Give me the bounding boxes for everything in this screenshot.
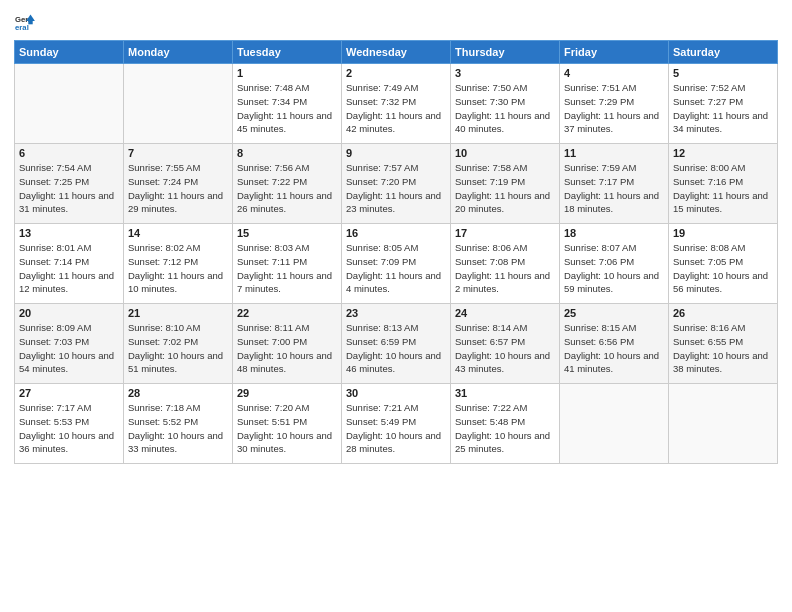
calendar-cell: 31Sunrise: 7:22 AMSunset: 5:48 PMDayligh… [451,384,560,464]
day-info: Sunrise: 7:57 AMSunset: 7:20 PMDaylight:… [346,161,446,216]
calendar-cell: 12Sunrise: 8:00 AMSunset: 7:16 PMDayligh… [669,144,778,224]
day-number: 26 [673,307,773,319]
day-info: Sunrise: 7:49 AMSunset: 7:32 PMDaylight:… [346,81,446,136]
day-number: 19 [673,227,773,239]
day-info: Sunrise: 7:58 AMSunset: 7:19 PMDaylight:… [455,161,555,216]
calendar-cell: 29Sunrise: 7:20 AMSunset: 5:51 PMDayligh… [233,384,342,464]
calendar-cell: 9Sunrise: 7:57 AMSunset: 7:20 PMDaylight… [342,144,451,224]
calendar-cell: 10Sunrise: 7:58 AMSunset: 7:19 PMDayligh… [451,144,560,224]
weekday-header: Saturday [669,41,778,64]
day-number: 6 [19,147,119,159]
calendar-cell: 15Sunrise: 8:03 AMSunset: 7:11 PMDayligh… [233,224,342,304]
day-number: 22 [237,307,337,319]
day-number: 10 [455,147,555,159]
day-info: Sunrise: 8:14 AMSunset: 6:57 PMDaylight:… [455,321,555,376]
day-info: Sunrise: 7:20 AMSunset: 5:51 PMDaylight:… [237,401,337,456]
day-number: 11 [564,147,664,159]
day-info: Sunrise: 7:22 AMSunset: 5:48 PMDaylight:… [455,401,555,456]
day-info: Sunrise: 8:11 AMSunset: 7:00 PMDaylight:… [237,321,337,376]
day-info: Sunrise: 8:07 AMSunset: 7:06 PMDaylight:… [564,241,664,296]
calendar-cell: 18Sunrise: 8:07 AMSunset: 7:06 PMDayligh… [560,224,669,304]
calendar-cell [560,384,669,464]
calendar-cell: 5Sunrise: 7:52 AMSunset: 7:27 PMDaylight… [669,64,778,144]
weekday-header: Sunday [15,41,124,64]
day-info: Sunrise: 8:00 AMSunset: 7:16 PMDaylight:… [673,161,773,216]
calendar-cell: 3Sunrise: 7:50 AMSunset: 7:30 PMDaylight… [451,64,560,144]
calendar-cell: 2Sunrise: 7:49 AMSunset: 7:32 PMDaylight… [342,64,451,144]
day-info: Sunrise: 7:21 AMSunset: 5:49 PMDaylight:… [346,401,446,456]
day-info: Sunrise: 8:06 AMSunset: 7:08 PMDaylight:… [455,241,555,296]
calendar-cell: 26Sunrise: 8:16 AMSunset: 6:55 PMDayligh… [669,304,778,384]
day-number: 3 [455,67,555,79]
calendar-cell: 16Sunrise: 8:05 AMSunset: 7:09 PMDayligh… [342,224,451,304]
calendar-cell [669,384,778,464]
calendar-cell: 23Sunrise: 8:13 AMSunset: 6:59 PMDayligh… [342,304,451,384]
day-number: 5 [673,67,773,79]
calendar-cell: 4Sunrise: 7:51 AMSunset: 7:29 PMDaylight… [560,64,669,144]
weekday-header: Monday [124,41,233,64]
day-info: Sunrise: 7:59 AMSunset: 7:17 PMDaylight:… [564,161,664,216]
day-info: Sunrise: 8:01 AMSunset: 7:14 PMDaylight:… [19,241,119,296]
calendar-cell: 22Sunrise: 8:11 AMSunset: 7:00 PMDayligh… [233,304,342,384]
day-info: Sunrise: 7:54 AMSunset: 7:25 PMDaylight:… [19,161,119,216]
day-number: 2 [346,67,446,79]
svg-text:eral: eral [15,23,29,32]
calendar-cell: 7Sunrise: 7:55 AMSunset: 7:24 PMDaylight… [124,144,233,224]
calendar-cell: 25Sunrise: 8:15 AMSunset: 6:56 PMDayligh… [560,304,669,384]
day-number: 24 [455,307,555,319]
calendar-cell: 13Sunrise: 8:01 AMSunset: 7:14 PMDayligh… [15,224,124,304]
calendar: SundayMondayTuesdayWednesdayThursdayFrid… [14,40,778,464]
day-info: Sunrise: 7:17 AMSunset: 5:53 PMDaylight:… [19,401,119,456]
calendar-cell: 28Sunrise: 7:18 AMSunset: 5:52 PMDayligh… [124,384,233,464]
day-info: Sunrise: 7:56 AMSunset: 7:22 PMDaylight:… [237,161,337,216]
day-number: 21 [128,307,228,319]
calendar-cell: 6Sunrise: 7:54 AMSunset: 7:25 PMDaylight… [15,144,124,224]
day-number: 25 [564,307,664,319]
day-number: 18 [564,227,664,239]
day-number: 12 [673,147,773,159]
day-info: Sunrise: 8:03 AMSunset: 7:11 PMDaylight:… [237,241,337,296]
svg-rect-3 [28,21,32,24]
day-number: 4 [564,67,664,79]
day-info: Sunrise: 8:15 AMSunset: 6:56 PMDaylight:… [564,321,664,376]
calendar-cell: 17Sunrise: 8:06 AMSunset: 7:08 PMDayligh… [451,224,560,304]
day-info: Sunrise: 7:18 AMSunset: 5:52 PMDaylight:… [128,401,228,456]
logo: Gen eral [14,10,38,32]
calendar-cell: 11Sunrise: 7:59 AMSunset: 7:17 PMDayligh… [560,144,669,224]
day-number: 17 [455,227,555,239]
day-info: Sunrise: 8:16 AMSunset: 6:55 PMDaylight:… [673,321,773,376]
day-number: 27 [19,387,119,399]
weekday-header: Thursday [451,41,560,64]
calendar-cell: 20Sunrise: 8:09 AMSunset: 7:03 PMDayligh… [15,304,124,384]
day-number: 8 [237,147,337,159]
day-number: 29 [237,387,337,399]
logo-icon: Gen eral [14,10,36,32]
day-number: 30 [346,387,446,399]
day-number: 14 [128,227,228,239]
day-info: Sunrise: 8:13 AMSunset: 6:59 PMDaylight:… [346,321,446,376]
day-info: Sunrise: 8:10 AMSunset: 7:02 PMDaylight:… [128,321,228,376]
day-number: 13 [19,227,119,239]
weekday-header: Tuesday [233,41,342,64]
day-info: Sunrise: 8:08 AMSunset: 7:05 PMDaylight:… [673,241,773,296]
calendar-cell: 8Sunrise: 7:56 AMSunset: 7:22 PMDaylight… [233,144,342,224]
calendar-cell [15,64,124,144]
day-number: 15 [237,227,337,239]
day-number: 7 [128,147,228,159]
day-info: Sunrise: 8:05 AMSunset: 7:09 PMDaylight:… [346,241,446,296]
calendar-cell: 21Sunrise: 8:10 AMSunset: 7:02 PMDayligh… [124,304,233,384]
day-info: Sunrise: 7:52 AMSunset: 7:27 PMDaylight:… [673,81,773,136]
calendar-cell: 1Sunrise: 7:48 AMSunset: 7:34 PMDaylight… [233,64,342,144]
weekday-header: Wednesday [342,41,451,64]
day-number: 31 [455,387,555,399]
calendar-cell: 30Sunrise: 7:21 AMSunset: 5:49 PMDayligh… [342,384,451,464]
day-info: Sunrise: 7:48 AMSunset: 7:34 PMDaylight:… [237,81,337,136]
day-number: 1 [237,67,337,79]
day-number: 16 [346,227,446,239]
day-info: Sunrise: 7:50 AMSunset: 7:30 PMDaylight:… [455,81,555,136]
day-number: 28 [128,387,228,399]
calendar-cell: 24Sunrise: 8:14 AMSunset: 6:57 PMDayligh… [451,304,560,384]
calendar-cell: 27Sunrise: 7:17 AMSunset: 5:53 PMDayligh… [15,384,124,464]
day-info: Sunrise: 8:09 AMSunset: 7:03 PMDaylight:… [19,321,119,376]
weekday-header: Friday [560,41,669,64]
